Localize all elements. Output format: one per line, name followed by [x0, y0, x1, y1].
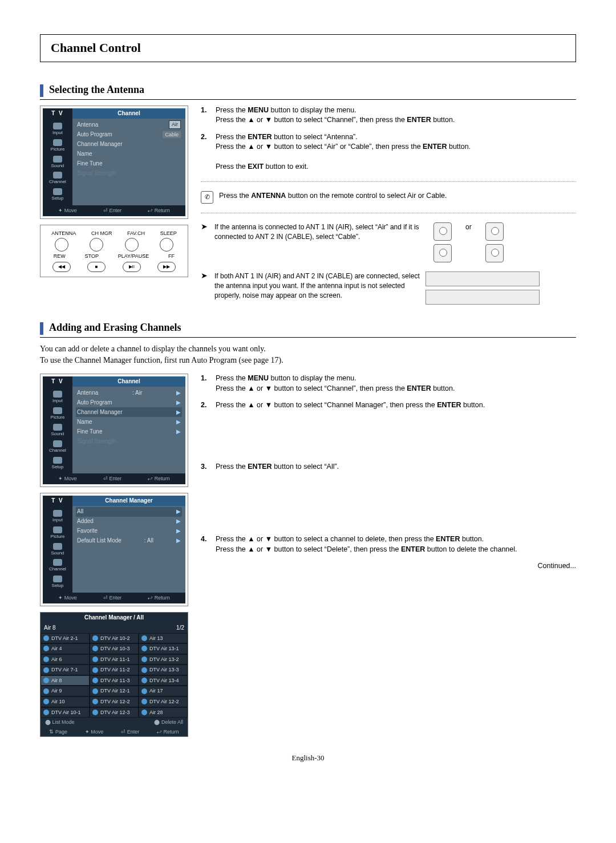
cm-cell: DTV Air 12-1	[90, 686, 139, 696]
osd-item: Fine Tune	[77, 160, 102, 168]
sidebar-item: Picture	[43, 137, 72, 154]
sidebar-item: Picture	[43, 406, 72, 422]
remote-button-icon	[160, 238, 173, 252]
divider	[40, 337, 576, 338]
continued-text: Continued...	[201, 561, 576, 572]
note-text: If the antenna is connected to ANT 1 IN …	[214, 222, 420, 242]
intro-text: You can add or delete a channel to displ…	[40, 343, 576, 366]
cm-cell: DTV Air 11-2	[90, 664, 139, 675]
osd-item: All	[77, 508, 83, 516]
cm-cell: DTV Air 13-2	[139, 654, 188, 665]
remote-label: FAV.CH	[127, 230, 145, 237]
osd-value: Air	[169, 120, 181, 129]
osd-title: Channel	[72, 376, 185, 387]
remote-label: CH MGR	[91, 230, 112, 237]
sidebar-item: Setup	[43, 455, 72, 472]
osd-item: Channel Manager	[77, 408, 123, 416]
osd-tv-label: T V	[43, 108, 72, 119]
osd-item: Fine Tune	[77, 428, 102, 436]
cm-cell: DTV Air 7-1	[40, 664, 90, 675]
remote-label: ANTENNA	[51, 230, 76, 237]
remote-button-icon	[125, 238, 139, 252]
cm-selected: Air 8	[44, 624, 56, 632]
osd-value: Cable	[163, 131, 181, 139]
cm-cell: DTV Air 2-1	[40, 633, 90, 644]
osd-tv-label: T V	[43, 496, 72, 506]
cm-cell: DTV Air 12-2	[90, 696, 139, 707]
section-heading: Adding and Erasing Channels	[49, 321, 181, 335]
page-number: English-30	[40, 753, 576, 763]
note-text: If both ANT 1 IN (AIR) and ANT 2 IN (CAB…	[214, 271, 420, 300]
sidebar-item: Input	[43, 389, 72, 406]
note-row-2: ➤ If both ANT 1 IN (AIR) and ANT 2 IN (C…	[201, 271, 576, 305]
osd-sidebar: Input Picture Sound Channel Setup	[43, 119, 72, 205]
sidebar-item: Input	[43, 508, 72, 525]
osd-title: Channel	[72, 108, 185, 119]
cm-cell: Air 9	[40, 686, 90, 696]
accent-bar-icon	[40, 322, 43, 335]
sidebar-item: Channel	[43, 170, 72, 187]
osd-item: Name	[77, 150, 92, 158]
cm-title: Channel Manager / All	[40, 613, 188, 623]
cm-cell: DTV Air 13-3	[139, 664, 188, 675]
cm-cell: Air 13	[139, 633, 188, 644]
osd-screenshot: T V Channel Input Picture Sound Channel …	[40, 106, 188, 219]
remote-label: FF	[168, 253, 175, 260]
remote-button-icon	[55, 238, 68, 252]
osd-tv-label: T V	[43, 376, 72, 387]
connection-diagram-icon	[425, 271, 540, 286]
cm-cell: DTV Air 10-3	[90, 643, 139, 654]
sidebar-item: Channel	[43, 439, 72, 455]
cm-cell: DTV Air 10-1	[40, 707, 90, 718]
step-4: Press the ▲ or ▼ button to select a chan…	[201, 534, 576, 554]
cm-cell: Air 10	[40, 696, 90, 707]
sidebar-item: Sound	[43, 422, 72, 439]
cm-cell: DTV Air 12-3	[90, 707, 139, 718]
sidebar-item: Picture	[43, 525, 72, 541]
osd-screenshot: T V Channel Manager Input Picture Sound …	[40, 493, 188, 606]
cm-cell: Air 17	[139, 686, 188, 696]
sidebar-item: Sound	[43, 541, 72, 558]
osd-item: Default List Mode	[77, 537, 121, 545]
cm-deleteall: Delete All	[161, 719, 183, 725]
remote-screenshot: ANTENNA CH MGR FAV.CH SLEEP REW	[40, 225, 188, 277]
or-text: or	[465, 222, 472, 232]
step-3: Press the ENTER button to select “All”.	[201, 462, 576, 472]
cm-cell: DTV Air 11-1	[90, 654, 139, 665]
osd-item: Favorite	[77, 527, 98, 535]
step-1: Press the MENU button to display the men…	[201, 374, 576, 394]
chevron-right-icon: ➤	[201, 222, 209, 230]
cm-cell: Air 28	[139, 707, 188, 718]
cm-cell: DTV Air 11-3	[90, 675, 139, 686]
remote-label: PLAY/PAUSE	[118, 253, 149, 260]
antenna-jack-icon	[433, 244, 452, 262]
osd-value: : Air	[132, 389, 142, 397]
cm-cell: DTV Air 13-4	[139, 675, 188, 686]
osd-item: Auto Program	[77, 131, 112, 139]
cm-cell: DTV Air 10-2	[90, 633, 139, 644]
osd-item: Channel Manager	[77, 140, 123, 148]
step-list: Press the MENU button to display the men…	[201, 374, 576, 554]
step-list: Press the MENU button to display the men…	[201, 106, 576, 172]
osd-footer-move: Move	[64, 208, 77, 213]
step-2: Press the ▲ or ▼ button to select “Chann…	[201, 400, 576, 411]
cm-cell: Air 8	[40, 675, 90, 686]
sidebar-item: Input	[43, 121, 72, 137]
section-antenna: Selecting the Antenna T V Channel	[40, 83, 576, 305]
cm-cell: DTV Air 12-2	[139, 696, 188, 707]
step-2: Press the ENTER button to select “Antenn…	[201, 132, 576, 172]
page-title: Channel Control	[40, 34, 576, 62]
step-1: Press the MENU button to display the men…	[201, 106, 576, 125]
remote-oval-icon: ▶II	[123, 262, 141, 272]
antenna-jack-icon	[433, 222, 452, 241]
osd-footer-enter: Enter	[109, 208, 121, 213]
section-heading: Selecting the Antenna	[49, 83, 144, 97]
osd-title: Channel Manager	[72, 496, 185, 506]
channel-manager-grid: Channel Manager / All Air 81/2 DTV Air 2…	[40, 612, 188, 737]
osd-item: Antenna	[77, 389, 98, 397]
osd-item: Signal Strength	[77, 169, 116, 177]
chevron-right-icon: ➤	[201, 271, 209, 279]
osd-item: Added	[77, 517, 94, 525]
connection-diagram-icon	[425, 290, 540, 305]
osd-item: Signal Strength	[77, 437, 116, 445]
